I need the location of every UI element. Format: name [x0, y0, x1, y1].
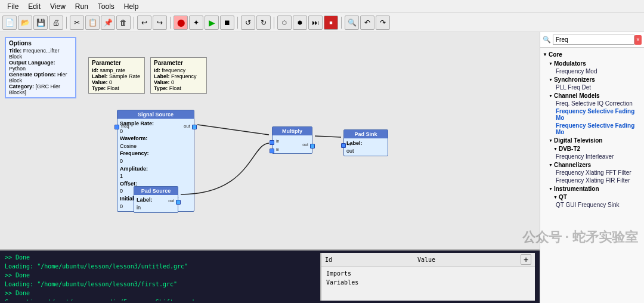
pb1-type: Type: Float	[92, 85, 141, 91]
menu-file[interactable]: File	[2, 1, 23, 12]
tree-freq-selective-iq[interactable]: Freq. Selective IQ Correction	[543, 100, 642, 107]
cut-button[interactable]: ✂	[70, 16, 84, 30]
options-field-cat: Category: [GRC Hier Blocks]	[9, 84, 72, 95]
save-button[interactable]: 💾	[33, 16, 48, 30]
pad-sink-body: Label: out	[344, 138, 388, 156]
options-title: Options	[9, 40, 72, 47]
var-col-id: Id	[325, 256, 332, 263]
pad-source-title: Pad Source	[134, 187, 178, 195]
multiply-port-left2-label: in	[276, 147, 279, 152]
hier1-button[interactable]: ⬡	[277, 16, 292, 30]
options-field-lang: Output Language: Python	[9, 60, 72, 72]
pad-source-block[interactable]: Pad Source Label: in out	[134, 186, 178, 213]
tree-freq-xlating-fir[interactable]: Frequency Xlating FIR Filter	[543, 177, 642, 184]
multiply-port-left1-label: in	[276, 139, 279, 143]
menubar: File Edit View Run Tools Help	[0, 0, 644, 13]
fwd-button[interactable]: ↷	[376, 16, 390, 30]
menu-help[interactable]: Help	[119, 1, 144, 12]
flow-canvas[interactable]: Options Title: Frequenc...ifter Block Ou…	[0, 32, 540, 249]
tree-core[interactable]: Core	[543, 50, 642, 59]
tree-pll-freq-det[interactable]: PLL Freq Det	[543, 84, 642, 91]
search-bar: 🔍 ×	[540, 32, 644, 48]
block-tree: Core Modulators Frequency Mod Synchroniz…	[540, 48, 644, 303]
record-button[interactable]: ⬤	[174, 16, 188, 30]
new-button[interactable]: 📄	[2, 16, 17, 30]
print-button[interactable]: 🖨	[49, 16, 63, 30]
pb2-value: Value: 0	[154, 79, 203, 85]
hier2-button[interactable]: ⬢	[293, 16, 307, 30]
open-button[interactable]: 📂	[18, 16, 32, 30]
run-button[interactable]: ▶	[205, 16, 219, 30]
pad-sink-block[interactable]: Pad Sink Label: out in	[343, 129, 388, 156]
menu-edit[interactable]: Edit	[23, 1, 45, 12]
menu-tools[interactable]: Tools	[93, 1, 119, 12]
pad-sink-port-left[interactable]	[341, 143, 346, 148]
tree-dvbt2[interactable]: DVB-T2	[543, 144, 642, 153]
console-line-3: >> Done	[5, 271, 320, 280]
undo-button[interactable]: ↩	[137, 16, 151, 30]
tree-freq-selective-fading-1[interactable]: Frequency Selective Fading Mo	[543, 107, 642, 122]
add-variable-button[interactable]: +	[521, 254, 531, 265]
tree-synchronizers[interactable]: Synchronizers	[543, 75, 642, 84]
pad-sink-title: Pad Sink	[344, 130, 388, 138]
signal-source-port-left-label: freq	[121, 123, 129, 129]
tree-channelizers[interactable]: Channelizers	[543, 160, 642, 169]
main-layout: Options Title: Frequenc...ifter Block Ou…	[0, 32, 644, 303]
pb2-title: Parameter	[154, 60, 203, 66]
multiply-block[interactable]: Multiply in in out	[272, 126, 312, 154]
menu-view[interactable]: View	[45, 1, 70, 12]
clear-search-button[interactable]: ×	[634, 35, 642, 45]
rotate-left-button[interactable]: ↺	[241, 16, 255, 30]
skip-button[interactable]: ⏭	[308, 16, 323, 30]
search-input[interactable]	[553, 35, 634, 45]
tree-qt[interactable]: QT	[543, 193, 642, 201]
multiply-port-right[interactable]	[310, 144, 315, 149]
console-line-2: Loading: "/home/ubuntu/lesson/lesson3/un…	[5, 262, 320, 271]
tree-channel-models[interactable]: Channel Models	[543, 91, 642, 100]
mark-button[interactable]: ✦	[189, 16, 203, 30]
delete-button[interactable]: 🗑	[116, 16, 131, 30]
sep4	[237, 17, 238, 29]
tree-freq-xlating-fft[interactable]: Frequency Xlating FFT Filter	[543, 169, 642, 177]
multiply-port-left1[interactable]	[270, 140, 274, 145]
tree-frequency-mod[interactable]: Frequency Mod	[543, 67, 642, 75]
signal-source-title: Signal Source	[117, 110, 194, 119]
rotate-right-button[interactable]: ↻	[256, 16, 271, 30]
bottom-panel: >> Done Loading: "/home/ubuntu/lesson/le…	[0, 249, 540, 303]
signal-source-port-left[interactable]	[114, 125, 119, 129]
paste-button[interactable]: 📌	[101, 16, 115, 30]
menu-run[interactable]: Run	[70, 1, 93, 12]
sep5	[274, 17, 274, 29]
stop-button[interactable]: ⏹	[220, 16, 234, 30]
sep3	[170, 17, 171, 29]
pb2-type: Type: Float	[154, 85, 203, 91]
console-panel[interactable]: >> Done Loading: "/home/ubuntu/lesson/le…	[5, 253, 320, 301]
tree-freq-interleaver[interactable]: Frequency Interleaver	[543, 153, 642, 160]
var-row-imports[interactable]: Imports	[326, 269, 530, 278]
console-line-4: Loading: "/home/ubuntu/lesson/lesson3/fi…	[5, 280, 320, 289]
console-line-5: >> Done	[5, 289, 320, 298]
var-row-variables[interactable]: Variables	[326, 278, 530, 287]
tree-qt-gui-freq-sink[interactable]: QT GUI Frequency Sink	[543, 201, 642, 209]
multiply-port-left2[interactable]	[270, 149, 274, 153]
canvas-area: Options Title: Frequenc...ifter Block Ou…	[0, 32, 540, 303]
signal-source-port-right[interactable]	[192, 125, 197, 129]
variables-content: Imports Variables	[321, 267, 535, 301]
back-button[interactable]: ↶	[360, 16, 374, 30]
tree-modulators[interactable]: Modulators	[543, 59, 642, 67]
find-button[interactable]: 🔍	[345, 16, 359, 30]
rec2-button[interactable]: ■	[324, 16, 338, 30]
variables-header: Id Value +	[321, 253, 535, 267]
pad-source-port-right[interactable]	[176, 200, 181, 205]
tree-digital-tv[interactable]: Digital Television	[543, 136, 642, 144]
param-block-2[interactable]: Parameter Id: frequency Label: Frequency…	[150, 57, 207, 94]
param-block-1[interactable]: Parameter Id: samp_rate Label: Sample Ra…	[88, 57, 145, 94]
options-block[interactable]: Options Title: Frequenc...ifter Block Ou…	[5, 37, 76, 98]
tree-freq-selective-fading-2[interactable]: Frequency Selective Fading Mo	[543, 122, 642, 136]
sep6	[341, 17, 342, 29]
redo-button[interactable]: ↪	[153, 16, 167, 30]
pb1-id: Id: samp_rate	[92, 67, 141, 73]
copy-button[interactable]: 📋	[85, 16, 100, 30]
sep2	[134, 17, 134, 29]
tree-instrumentation[interactable]: Instrumentation	[543, 184, 642, 193]
